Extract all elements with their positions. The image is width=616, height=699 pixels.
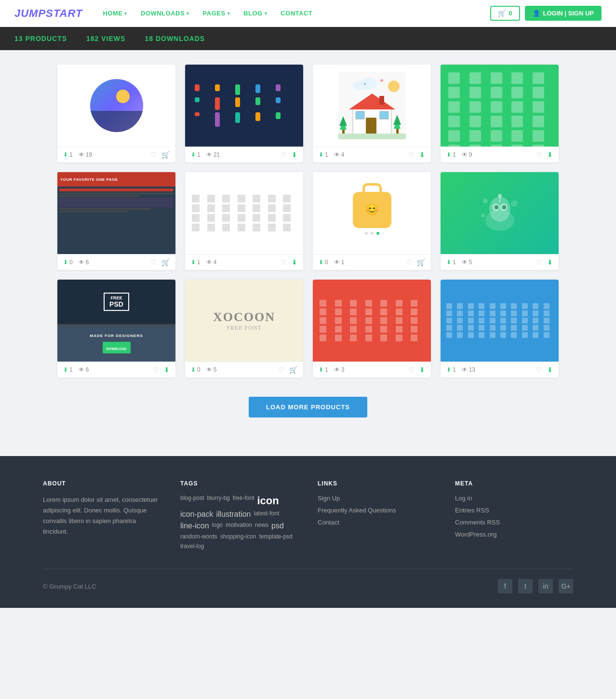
product-thumbnail[interactable] [441,172,559,254]
footer-link-contact[interactable]: Contact [318,519,436,526]
cart-add-icon[interactable]: 🛒 [161,258,170,266]
tag-blog-post[interactable]: blog-post [180,495,204,507]
product-card: ⬇ 1 👁 3 ♡ ⬇ [313,280,431,377]
like-icon[interactable]: ♡ [153,366,159,374]
product-thumbnail[interactable] [441,280,559,362]
social-facebook[interactable]: f [498,579,512,593]
download-action-icon[interactable]: ⬇ [164,366,170,374]
like-icon[interactable]: ♡ [150,151,157,159]
cart-button[interactable]: 🛒 0 [490,6,520,21]
tag-line-icon[interactable]: line-icon [180,522,209,530]
tag-icon-pack[interactable]: icon-pack [180,510,213,519]
view-count: 👁 9 [462,151,472,158]
tag-icon[interactable]: icon [257,495,279,507]
tag-travel-log[interactable]: travel-log [180,543,204,550]
view-count: 👁 5 [462,259,472,266]
social-linkedin[interactable]: in [538,579,553,593]
like-icon[interactable]: ♡ [408,366,415,374]
like-icon[interactable]: ♡ [281,151,287,159]
cart-add-icon[interactable]: 🛒 [417,258,425,266]
footer-links: LINKS Sign Up Frequently Asked Questions… [318,480,436,550]
like-icon[interactable]: ♡ [281,258,287,266]
like-icon[interactable]: ♡ [536,258,542,266]
download-count: ⬇ 0 [319,259,328,266]
like-icon[interactable]: ♡ [408,151,415,159]
eye-icon: 👁 [79,366,84,373]
svg-point-18 [380,79,383,82]
download-action-icon[interactable]: ⬇ [547,258,553,266]
product-thumbnail[interactable]: 😊 [313,172,431,254]
tag-free-font[interactable]: free-font [233,495,254,507]
product-footer: ⬇ 1 👁 4 ♡ ⬇ [185,254,303,270]
site-logo[interactable]: JUMPSTART [14,7,82,20]
footer-meta-login[interactable]: Log in [455,495,573,502]
header-actions: 🛒 0 👤 LOGIN | SIGN UP [490,6,602,21]
product-card: ⬇ 1 👁 4 ♡ ⬇ [185,172,303,270]
tag-latest-font[interactable]: latest-font [254,510,280,519]
product-thumbnail[interactable] [313,65,431,147]
eye-icon: 👁 [334,366,340,373]
product-actions: ♡ ⬇ [536,366,553,374]
social-twitter[interactable]: t [518,579,533,593]
product-thumbnail[interactable] [313,280,431,362]
tag-psd[interactable]: psd [271,522,284,530]
product-thumbnail[interactable] [185,65,303,147]
product-thumbnail[interactable]: FREE PSD MADE FOR DESIGNERS DOWNLOAD [57,280,175,362]
tag-blurry-bg[interactable]: blurry-bg [207,495,229,507]
site-footer: ABOUT Lorem ipsum dolor sit amet, consec… [0,456,616,608]
eye-icon: 👁 [206,259,212,266]
footer-tags-list: blog-post blurry-bg free-font icon icon-… [180,495,298,550]
cart-add-icon[interactable]: 🛒 [289,366,297,374]
footer-link-faq[interactable]: Frequently Asked Questions [318,507,436,514]
product-actions: ♡ ⬇ [536,258,553,266]
product-footer: ⬇ 1 👁 3 ♡ ⬇ [313,362,431,377]
footer-about-title: ABOUT [43,480,161,487]
cart-add-icon[interactable]: 🛒 [161,151,170,159]
like-icon[interactable]: ♡ [278,366,284,374]
download-count: ⬇ 0 [63,259,73,266]
footer-meta-comments-rss[interactable]: Comments RSS [455,519,573,526]
nav-downloads[interactable]: DOWNLOADS ▾ [135,7,195,20]
product-stats: ⬇ 1 👁 5 [446,259,472,266]
like-icon[interactable]: ♡ [536,366,542,374]
product-stats: ⬇ 1 👁 21 [191,151,220,158]
social-googleplus[interactable]: G+ [559,579,573,593]
tag-illustration[interactable]: illustration [216,510,251,519]
product-thumbnail[interactable]: YOUR FAVORITE ONE PAGE [57,172,175,254]
tag-template-psd[interactable]: template-psd [259,533,292,540]
product-thumbnail[interactable] [441,65,559,147]
product-thumbnail[interactable] [57,65,175,147]
nav-blog[interactable]: BLOG ▾ [238,7,273,20]
download-action-icon[interactable]: ⬇ [419,366,425,374]
product-footer: ⬇ 1 👁 4 ♡ ⬇ [313,147,431,162]
like-icon[interactable]: ♡ [536,151,542,159]
download-action-icon[interactable]: ⬇ [419,151,425,159]
product-thumbnail[interactable]: XOCOON FREE FONT [185,280,303,362]
product-stats: ⬇ 1 👁 4 [319,151,344,158]
footer-link-signup[interactable]: Sign Up [318,495,436,502]
load-more-button[interactable]: LOAD MORE PRODUCTS [249,397,367,417]
tag-news[interactable]: news [255,522,268,530]
nav-pages[interactable]: PAGES ▾ [197,7,236,20]
download-action-icon[interactable]: ⬇ [292,258,297,266]
product-card: ⬇ 1 👁 21 ♡ ⬇ [185,65,303,162]
like-icon[interactable]: ♡ [150,258,157,266]
view-count: 👁 6 [79,259,89,266]
product-thumbnail[interactable] [185,172,303,254]
login-button[interactable]: 👤 LOGIN | SIGN UP [525,6,602,21]
eye-icon: 👁 [334,151,340,158]
tag-random-words[interactable]: random-words [180,533,217,540]
nav-contact[interactable]: CONTACT [275,7,318,20]
like-icon[interactable]: ♡ [406,258,412,266]
footer-meta-wordpress[interactable]: WordPress.org [455,531,573,538]
product-actions: ♡ ⬇ [536,151,553,159]
download-action-icon[interactable]: ⬇ [292,151,297,159]
tag-logo[interactable]: logo [212,522,223,530]
tag-shopping-icon[interactable]: shopping-icon [220,533,256,540]
tag-motivation[interactable]: motivation [226,522,252,530]
download-icon: ⬇ [446,151,451,158]
nav-home[interactable]: HOME ▾ [97,7,133,20]
download-action-icon[interactable]: ⬇ [547,151,553,159]
download-action-icon[interactable]: ⬇ [547,366,553,374]
footer-meta-entries-rss[interactable]: Entries RSS [455,507,573,514]
